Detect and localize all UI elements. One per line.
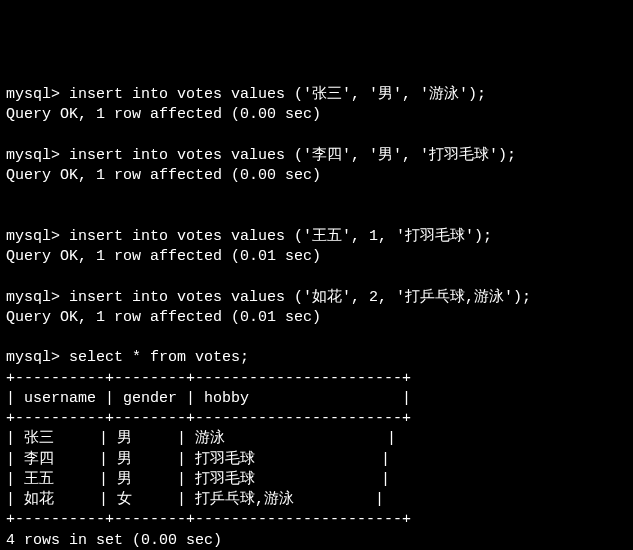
mysql-prompt: mysql>	[6, 147, 69, 164]
sql-insert-3: insert into votes values ('王五', 1, '打羽毛球…	[69, 228, 492, 245]
table-border: +----------+--------+-------------------…	[6, 511, 411, 528]
line: mysql> select * from votes;	[6, 349, 249, 366]
query-result: Query OK, 1 row affected (0.00 sec)	[6, 106, 321, 123]
mysql-prompt: mysql>	[6, 349, 69, 366]
select-footer: 4 rows in set (0.00 sec)	[6, 532, 222, 549]
sql-select: select * from votes;	[69, 349, 249, 366]
table-row: | 王五 | 男 | 打羽毛球 |	[6, 471, 390, 488]
query-result: Query OK, 1 row affected (0.01 sec)	[6, 248, 321, 265]
mysql-prompt: mysql>	[6, 86, 69, 103]
terminal[interactable]: mysql> insert into votes values ('张三', '…	[0, 81, 633, 550]
sql-insert-2: insert into votes values ('李四', '男', '打羽…	[69, 147, 516, 164]
mysql-prompt: mysql>	[6, 228, 69, 245]
table-border: +----------+--------+-------------------…	[6, 410, 411, 427]
table-row: | 如花 | 女 | 打乒乓球,游泳 |	[6, 491, 384, 508]
query-result: Query OK, 1 row affected (0.00 sec)	[6, 167, 321, 184]
line: mysql> insert into votes values ('张三', '…	[6, 86, 486, 103]
table-row: | 张三 | 男 | 游泳 |	[6, 430, 396, 447]
line: mysql> insert into votes values ('李四', '…	[6, 147, 516, 164]
table-header: | username | gender | hobby |	[6, 390, 411, 407]
query-result: Query OK, 1 row affected (0.01 sec)	[6, 309, 321, 326]
sql-insert-4: insert into votes values ('如花', 2, '打乒乓球…	[69, 289, 531, 306]
sql-insert-1: insert into votes values ('张三', '男', '游泳…	[69, 86, 486, 103]
mysql-prompt: mysql>	[6, 289, 69, 306]
table-border: +----------+--------+-------------------…	[6, 370, 411, 387]
table-row: | 李四 | 男 | 打羽毛球 |	[6, 451, 390, 468]
line: mysql> insert into votes values ('如花', 2…	[6, 289, 531, 306]
line: mysql> insert into votes values ('王五', 1…	[6, 228, 492, 245]
